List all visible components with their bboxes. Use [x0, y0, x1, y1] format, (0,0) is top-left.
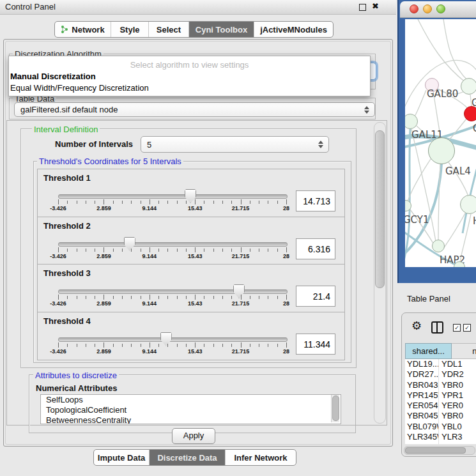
column-header-name[interactable]: na: [452, 343, 476, 359]
slider-tick-label: 21.715: [232, 300, 250, 307]
slider-tick: [231, 201, 232, 204]
cell-name[interactable]: YDR2: [439, 369, 476, 380]
slider-tick-label: -3.426: [50, 300, 66, 307]
network-node[interactable]: [461, 78, 476, 95]
cell-name[interactable]: YIL0: [439, 442, 476, 444]
table-row[interactable]: YBR045CYBR0: [405, 411, 476, 421]
cell-name[interactable]: YBR0: [439, 380, 476, 390]
tab-infer-network[interactable]: Infer Network: [226, 450, 296, 465]
network-window-titlebar[interactable]: [400, 1, 476, 18]
slider-tick: [131, 296, 132, 299]
slider-tick: [277, 344, 278, 347]
slider-tick: [58, 295, 59, 300]
slider-tick: [286, 199, 287, 204]
threshold-value-field[interactable]: 11.344: [296, 334, 335, 355]
slider-tick: [241, 342, 242, 348]
slider-tick: [277, 296, 278, 299]
threshold-label: Threshold 2: [43, 221, 91, 231]
slider-tick: [259, 201, 259, 204]
cell-shared-name[interactable]: YDR27...: [405, 369, 439, 380]
slider-tick: [131, 249, 132, 252]
cell-shared-name[interactable]: YBR043C: [405, 380, 439, 390]
attribute-list-item[interactable]: BetweennessCentrality: [41, 415, 341, 424]
table-row[interactable]: YER054CYER0: [405, 401, 476, 411]
slider-tick-label: 9.144: [142, 253, 157, 259]
cell-name[interactable]: YBL0: [439, 422, 476, 432]
table-row[interactable]: YDL19...YDL1: [405, 359, 476, 369]
slider-track[interactable]: [58, 242, 288, 247]
table-data-combobox[interactable]: galFiltered.sif default node: [14, 102, 375, 117]
zoom-button-icon[interactable]: [436, 4, 445, 13]
cell-shared-name[interactable]: YLR345W: [405, 432, 439, 442]
close-icon[interactable]: ✖: [372, 1, 379, 11]
slider-tick: [77, 201, 77, 204]
cell-shared-name[interactable]: YPR145W: [405, 390, 439, 401]
network-node[interactable]: [460, 195, 476, 214]
popup-option-equal-width-frequency[interactable]: Equal Width/Frequency Discretization: [10, 83, 149, 93]
network-node[interactable]: [432, 240, 445, 252]
vertical-scrollbar[interactable]: [374, 122, 386, 424]
list-scrollbar[interactable]: [331, 395, 339, 422]
scrollbar-thumb[interactable]: [375, 130, 385, 288]
apply-button[interactable]: Apply: [172, 428, 215, 444]
slider-tick: [222, 296, 223, 299]
cell-name[interactable]: YDL1: [439, 359, 476, 369]
slider-tick: [158, 296, 159, 299]
cell-shared-name[interactable]: YBR045C: [405, 411, 439, 421]
attribute-list-item[interactable]: SelfLoops: [41, 395, 341, 405]
close-button-icon[interactable]: [410, 4, 418, 13]
table-row[interactable]: YDR27...YDR2: [405, 369, 476, 380]
table-body[interactable]: YDL19...YDL1YDR27...YDR2YBR043CYBR0YPR14…: [405, 359, 476, 444]
table-row[interactable]: YLR345WYLR3: [405, 432, 476, 442]
slider-tick: [241, 199, 242, 204]
tab-style[interactable]: Style: [111, 22, 149, 37]
table-row[interactable]: YBL079WYBL0: [405, 422, 476, 432]
tab-cyni-toolbox[interactable]: Cyni Toolbox: [189, 22, 254, 37]
minimize-button-icon[interactable]: [423, 4, 432, 13]
slider-tick: [259, 296, 259, 299]
scrollbar-thumb[interactable]: [405, 447, 466, 454]
split-columns-icon[interactable]: [431, 321, 443, 334]
tab-network[interactable]: Network: [55, 22, 111, 37]
numerical-attributes-list[interactable]: SelfLoopsTopologicalCoefficientBetweenne…: [40, 394, 341, 424]
float-window-icon[interactable]: [359, 4, 366, 11]
slider-tick: [213, 201, 214, 204]
top-tab-bar: Network Style Select Cyni Toolbox jActiv…: [54, 21, 334, 38]
checkbox-icon[interactable]: ✓: [453, 324, 461, 332]
table-row[interactable]: YPR145WYPR1: [405, 390, 476, 401]
threshold-value-field[interactable]: 21.4: [296, 286, 335, 307]
cell-name[interactable]: YPR1: [439, 390, 476, 401]
network-node[interactable]: [464, 106, 476, 121]
threshold-value-field[interactable]: 6.316: [296, 238, 335, 259]
threshold-value-field[interactable]: 14.713: [296, 190, 335, 211]
scrollbar-thumb[interactable]: [332, 395, 339, 421]
slider-tick: [231, 344, 232, 347]
cell-shared-name[interactable]: YIL052C: [405, 442, 439, 444]
tab-jactivemnodules[interactable]: jActiveMNodules: [254, 22, 333, 37]
network-view[interactable]: GAL80GCGAL11GAL4GCY1HHAP2: [405, 19, 476, 267]
tab-discretize-data[interactable]: Discretize Data: [150, 450, 226, 465]
column-header-shared[interactable]: shared...: [405, 343, 452, 359]
table-row[interactable]: YIL052CYIL0: [405, 442, 476, 444]
slider-track[interactable]: [58, 337, 288, 342]
checkbox-icon[interactable]: ✓: [463, 324, 471, 332]
slider-track[interactable]: [58, 194, 288, 199]
popup-option-manual-discretization[interactable]: Manual Discretization: [10, 72, 96, 81]
horizontal-scrollbar[interactable]: [404, 446, 475, 455]
cell-shared-name[interactable]: YER054C: [405, 401, 439, 411]
attribute-list-item[interactable]: TopologicalCoefficient: [41, 405, 341, 415]
network-node[interactable]: [405, 114, 418, 129]
number-of-intervals-combobox[interactable]: 5: [141, 136, 329, 153]
table-row[interactable]: YBR043CYBR0: [405, 380, 476, 390]
cell-shared-name[interactable]: YDL19...: [405, 359, 439, 369]
slider-track[interactable]: [58, 289, 288, 294]
network-node[interactable]: [405, 200, 411, 211]
network-node[interactable]: [428, 137, 455, 164]
cell-name[interactable]: YER0: [439, 401, 476, 411]
gear-icon[interactable]: ⚙: [411, 319, 422, 333]
tab-select[interactable]: Select: [149, 22, 189, 37]
cell-name[interactable]: YLR3: [439, 432, 476, 442]
cell-name[interactable]: YBR0: [439, 411, 476, 421]
cell-shared-name[interactable]: YBL079W: [405, 422, 439, 432]
tab-impute-data[interactable]: Impute Data: [94, 450, 150, 465]
